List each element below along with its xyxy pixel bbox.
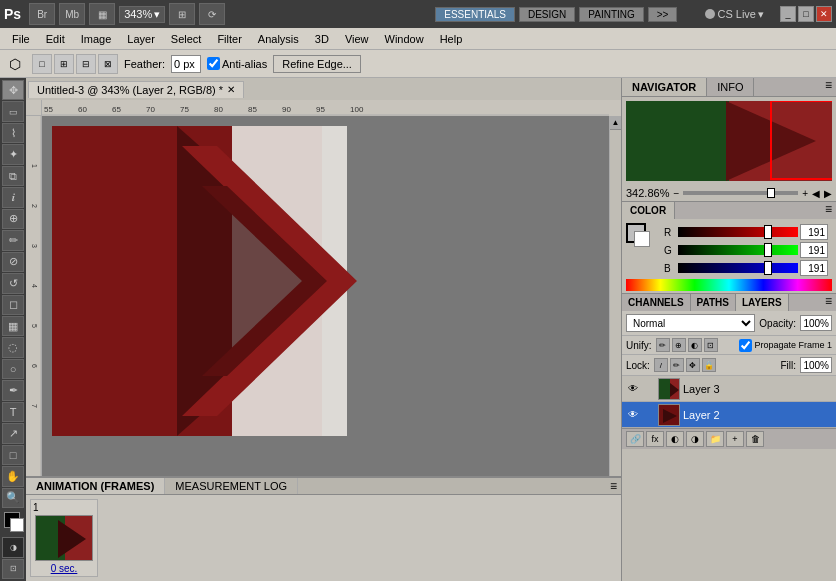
g-value[interactable]: 191 (800, 242, 828, 258)
intersect-select-btn[interactable]: ⊠ (98, 54, 118, 74)
propagate-check[interactable]: Propagate Frame 1 (739, 339, 832, 352)
zoom-out-icon[interactable]: − (673, 188, 679, 199)
blend-mode-select[interactable]: Normal (626, 314, 755, 332)
gradient-tool[interactable]: ▦ (2, 316, 24, 336)
layer-2-chain[interactable] (643, 408, 655, 422)
menu-analysis[interactable]: Analysis (250, 31, 307, 47)
brush-tool[interactable]: ✏ (2, 230, 24, 250)
eraser-tool[interactable]: ◻ (2, 295, 24, 315)
feather-input[interactable] (171, 55, 201, 73)
minibr-btn[interactable]: Mb (59, 3, 85, 25)
lock-transparent-btn[interactable]: / (654, 358, 668, 372)
tab-channels[interactable]: CHANNELS (622, 294, 691, 311)
menu-3d[interactable]: 3D (307, 31, 337, 47)
unify-icon-4[interactable]: ⊡ (704, 338, 718, 352)
essentials-btn[interactable]: ESSENTIALS (435, 7, 515, 22)
color-spectrum[interactable] (626, 279, 832, 291)
screen-mode-btn[interactable]: ⊡ (2, 559, 24, 579)
frame-time[interactable]: 0 sec. (51, 563, 78, 574)
zoom-in-icon[interactable]: + (802, 188, 808, 199)
zoom-display[interactable]: 343% ▾ (119, 6, 165, 23)
selection-tool[interactable]: ▭ (2, 101, 24, 121)
menu-select[interactable]: Select (163, 31, 210, 47)
clone-tool[interactable]: ⊘ (2, 252, 24, 272)
canvas-tab-close-btn[interactable]: ✕ (227, 84, 235, 95)
healing-tool[interactable]: ⊕ (2, 209, 24, 229)
b-slider-thumb[interactable] (764, 261, 772, 275)
close-btn[interactable]: ✕ (816, 6, 832, 22)
unify-icon-1[interactable]: ✏ (656, 338, 670, 352)
blur-tool[interactable]: ◌ (2, 337, 24, 357)
add-select-btn[interactable]: ⊞ (54, 54, 74, 74)
menu-image[interactable]: Image (73, 31, 120, 47)
anim-menu-btn[interactable]: ≡ (606, 479, 621, 493)
tab-navigator[interactable]: NAVIGATOR (622, 78, 707, 96)
unify-icon-3[interactable]: ◐ (688, 338, 702, 352)
anim-frame-1[interactable]: 1 0 sec. (30, 499, 98, 577)
antialias-option[interactable]: Anti-alias (207, 57, 267, 70)
more-workspaces-btn[interactable]: >> (648, 7, 678, 22)
canvas-tab[interactable]: Untitled-3 @ 343% (Layer 2, RGB/8) * ✕ (28, 81, 244, 98)
layer-2-row[interactable]: 👁 Layer 2 (622, 402, 836, 428)
scroll-up-btn[interactable]: ▲ (610, 116, 621, 130)
mask-btn[interactable]: ◐ (666, 431, 684, 447)
antialias-checkbox[interactable] (207, 57, 220, 70)
refine-edge-btn[interactable]: Refine Edge... (273, 55, 361, 73)
opacity-value[interactable]: 100% (800, 315, 832, 331)
view-options-btn[interactable]: ▦ (89, 3, 115, 25)
lasso-tool[interactable]: ⌇ (2, 123, 24, 143)
layer-2-visibility-btn[interactable]: 👁 (626, 408, 640, 422)
dodge-tool[interactable]: ○ (2, 359, 24, 379)
lock-all-btn[interactable]: 🔒 (702, 358, 716, 372)
zoom-next-btn[interactable]: ▶ (824, 188, 832, 199)
pen-tool[interactable]: ✒ (2, 380, 24, 400)
zoom-slider[interactable] (683, 191, 798, 195)
delete-layer-btn[interactable]: 🗑 (746, 431, 764, 447)
layer-3-chain[interactable] (643, 382, 655, 396)
cs-live[interactable]: CS Live ▾ (705, 8, 764, 21)
unify-icon-2[interactable]: ⊕ (672, 338, 686, 352)
zoom-tool[interactable]: 🔍 (2, 488, 24, 508)
tab-paths[interactable]: PATHS (691, 294, 736, 311)
background-color[interactable] (10, 518, 24, 532)
navigator-menu-btn[interactable]: ≡ (821, 78, 836, 96)
magic-wand-tool[interactable]: ✦ (2, 144, 24, 164)
rect-select-btn[interactable]: □ (32, 54, 52, 74)
painting-btn[interactable]: PAINTING (579, 7, 643, 22)
menu-help[interactable]: Help (432, 31, 471, 47)
r-slider-thumb[interactable] (764, 225, 772, 239)
maximize-btn[interactable]: □ (798, 6, 814, 22)
bg-swatch[interactable] (634, 231, 650, 247)
fill-value[interactable]: 100% (800, 357, 832, 373)
g-slider[interactable] (678, 245, 798, 255)
menu-layer[interactable]: Layer (119, 31, 163, 47)
hand-tool[interactable]: ✋ (2, 466, 24, 486)
zoom-prev-btn[interactable]: ◀ (812, 188, 820, 199)
menu-filter[interactable]: Filter (209, 31, 249, 47)
tab-color[interactable]: COLOR (622, 202, 675, 219)
subtract-select-btn[interactable]: ⊟ (76, 54, 96, 74)
path-select-tool[interactable]: ↗ (2, 423, 24, 443)
group-btn[interactable]: 📁 (706, 431, 724, 447)
tab-measurement-log[interactable]: MEASUREMENT LOG (165, 478, 298, 494)
menu-view[interactable]: View (337, 31, 377, 47)
history-tool[interactable]: ↺ (2, 273, 24, 293)
arrange-btn[interactable]: ⊞ (169, 3, 195, 25)
rotate-btn[interactable]: ⟳ (199, 3, 225, 25)
layer-effects-btn[interactable]: fx (646, 431, 664, 447)
quick-mask-btn[interactable]: ◑ (2, 537, 24, 557)
design-btn[interactable]: DESIGN (519, 7, 575, 22)
lock-position-btn[interactable]: ✥ (686, 358, 700, 372)
minimize-btn[interactable]: _ (780, 6, 796, 22)
menu-edit[interactable]: Edit (38, 31, 73, 47)
link-layers-btn[interactable]: 🔗 (626, 431, 644, 447)
layers-menu-btn[interactable]: ≡ (821, 294, 836, 311)
r-slider[interactable] (678, 227, 798, 237)
zoom-slider-thumb[interactable] (767, 188, 775, 198)
tab-animation-frames[interactable]: ANIMATION (FRAMES) (26, 478, 165, 494)
menu-file[interactable]: File (4, 31, 38, 47)
eyedropper-tool[interactable]: 𝒊 (2, 187, 24, 207)
r-value[interactable]: 191 (800, 224, 828, 240)
menu-window[interactable]: Window (377, 31, 432, 47)
move-tool[interactable]: ✥ (2, 80, 24, 100)
